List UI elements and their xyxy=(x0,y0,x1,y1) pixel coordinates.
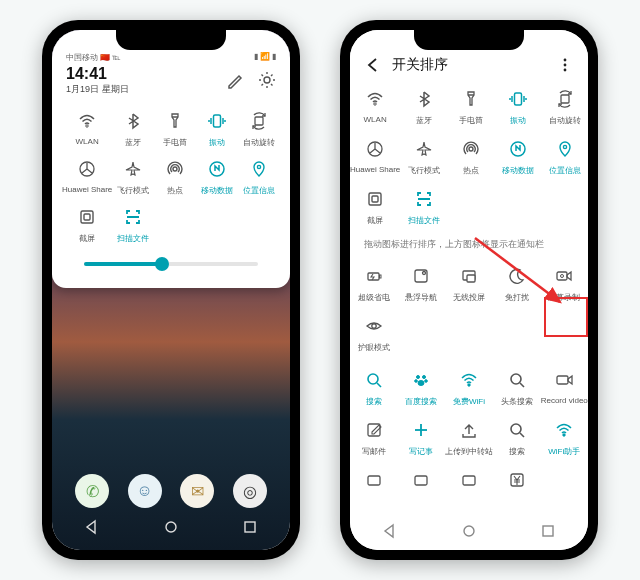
dock-contacts-app[interactable]: ☺ xyxy=(128,474,162,508)
tile-dnd[interactable]: 免打扰 xyxy=(493,263,541,303)
tile-floatnav[interactable]: 悬浮导航 xyxy=(398,263,446,303)
compose-icon xyxy=(361,417,387,443)
phone-left: 中国移动 🇨🇳 ℡ ▮ 📶 ▮ 14:41 1月19日 星期日 WLA xyxy=(42,20,300,560)
tile-bluetooth[interactable]: 蓝牙 xyxy=(400,86,447,126)
tile-label: Record video xyxy=(541,396,588,405)
brightness-slider[interactable] xyxy=(84,262,258,266)
tile-airplane[interactable]: 飞行模式 xyxy=(400,136,447,176)
tile-screenshot[interactable]: 截屏 xyxy=(62,204,112,244)
tile-autorotate[interactable]: 自动旋转 xyxy=(238,108,280,148)
tile-label: 移动数据 xyxy=(502,165,534,176)
tile-baidu[interactable]: 百度搜索 xyxy=(398,367,446,407)
tile-scanfile[interactable]: 扫描文件 xyxy=(112,204,154,244)
tile-eyecare[interactable]: 护眼模式 xyxy=(350,313,398,353)
tile-misc3[interactable] xyxy=(445,467,493,496)
tile-label: 手电筒 xyxy=(163,137,187,148)
tile-yuan[interactable] xyxy=(493,467,541,496)
nav-home-icon[interactable] xyxy=(162,518,180,536)
tile-autorotate[interactable]: 自动旋转 xyxy=(541,86,588,126)
wifi-icon xyxy=(456,367,482,393)
tile-mobiledata[interactable]: 移动数据 xyxy=(196,156,238,196)
scan-icon xyxy=(120,204,146,230)
tile-compose[interactable]: 写邮件 xyxy=(350,417,398,457)
tile-label: 屏幕录制 xyxy=(548,292,580,303)
tile-vibrate[interactable]: 振动 xyxy=(196,108,238,148)
tile-label: 百度搜索 xyxy=(405,396,437,407)
tile-screenshot[interactable]: 截屏 xyxy=(350,186,400,226)
tile-upload[interactable]: 上传到中转站 xyxy=(445,417,493,457)
tile-misc1[interactable] xyxy=(350,467,398,496)
tile-headlines[interactable]: 头条搜索 xyxy=(493,367,541,407)
tile-huaweishare[interactable]: Huawei Share xyxy=(62,156,112,196)
tile-note[interactable]: 写记事 xyxy=(398,417,446,457)
tile-label: 护眼模式 xyxy=(358,342,390,353)
tile-misc2[interactable] xyxy=(398,467,446,496)
nav-recent-icon[interactable] xyxy=(539,522,557,540)
tile-mobiledata[interactable]: 移动数据 xyxy=(494,136,541,176)
dock: ✆ ☺ ✉ ◎ xyxy=(52,474,290,508)
tile-cast[interactable]: 无线投屏 xyxy=(445,263,493,303)
tile-label: Huawei Share xyxy=(62,185,112,194)
nav-recent-icon[interactable] xyxy=(241,518,259,536)
tile-label: 振动 xyxy=(209,137,225,148)
nav-home-icon[interactable] xyxy=(460,522,478,540)
more-icon[interactable] xyxy=(556,56,574,74)
tile-wlan[interactable]: WLAN xyxy=(62,108,112,148)
quick-settings-grid: WLAN蓝牙手电筒振动自动旋转Huawei Share飞行模式热点移动数据位置信… xyxy=(62,102,280,248)
back-icon[interactable] xyxy=(364,56,382,74)
carrier-label: 中国移动 🇨🇳 ℡ xyxy=(66,52,121,63)
tile-flashlight[interactable]: 手电筒 xyxy=(154,108,196,148)
tile-vibrate[interactable]: 振动 xyxy=(494,86,541,126)
tile-location[interactable]: 位置信息 xyxy=(541,136,588,176)
box-icon xyxy=(408,467,434,493)
tile-search2[interactable]: 搜索 xyxy=(493,417,541,457)
tile-huaweishare[interactable]: Huawei Share xyxy=(350,136,400,176)
tile-label: 写邮件 xyxy=(362,446,386,457)
tile-recordvideo[interactable]: Record video xyxy=(541,367,589,407)
status-bar: 中国移动 🇨🇳 ℡ ▮ 📶 ▮ xyxy=(62,52,280,65)
gear-icon[interactable] xyxy=(258,71,276,89)
tile-label: 截屏 xyxy=(367,215,383,226)
vibrate-icon xyxy=(505,86,531,112)
box-icon xyxy=(456,467,482,493)
tile-search[interactable]: 搜索 xyxy=(350,367,398,407)
edit-icon[interactable] xyxy=(226,71,244,89)
group-top: WLAN蓝牙手电筒振动自动旋转Huawei Share飞行模式热点移动数据位置信… xyxy=(350,86,588,226)
share-icon xyxy=(74,156,100,182)
tile-wifiassist[interactable]: WiFi助手 xyxy=(541,417,589,457)
phone-right: 开关排序 WLAN蓝牙手电筒振动自动旋转Huawei Share飞行模式热点移动… xyxy=(340,20,598,560)
scan-icon xyxy=(411,186,437,212)
share-icon xyxy=(362,136,388,162)
tile-hotspot[interactable]: 热点 xyxy=(154,156,196,196)
tile-label: 写记事 xyxy=(409,446,433,457)
tile-ultrasave[interactable]: 超级省电 xyxy=(350,263,398,303)
nav-back-icon[interactable] xyxy=(381,522,399,540)
tile-flashlight[interactable]: 手电筒 xyxy=(447,86,494,126)
clock-time: 14:41 xyxy=(66,65,129,83)
group-bottom: 搜索百度搜索免费WiFi头条搜索Record video写邮件写记事上传到中转站… xyxy=(350,367,588,496)
tile-bluetooth[interactable]: 蓝牙 xyxy=(112,108,154,148)
nav-back-icon[interactable] xyxy=(83,518,101,536)
tile-label: 扫描文件 xyxy=(117,233,149,244)
flashlight-icon xyxy=(162,108,188,134)
clock-block: 14:41 1月19日 星期日 xyxy=(66,65,129,96)
tile-screenrec[interactable]: 屏幕录制 xyxy=(540,263,588,303)
vibrate-icon xyxy=(204,108,230,134)
nav-bar xyxy=(52,514,290,540)
tile-hotspot[interactable]: 热点 xyxy=(447,136,494,176)
tile-scanfile[interactable]: 扫描文件 xyxy=(400,186,447,226)
page-title: 开关排序 xyxy=(392,56,448,74)
tile-freewifi[interactable]: 免费WiFi xyxy=(445,367,493,407)
dock-messages-app[interactable]: ✉ xyxy=(180,474,214,508)
eye-icon xyxy=(361,313,387,339)
tile-label: 蓝牙 xyxy=(125,137,141,148)
tile-airplane[interactable]: 飞行模式 xyxy=(112,156,154,196)
dock-camera-app[interactable]: ◎ xyxy=(233,474,267,508)
screen-right: 开关排序 WLAN蓝牙手电筒振动自动旋转Huawei Share飞行模式热点移动… xyxy=(350,30,588,550)
tile-label: 热点 xyxy=(167,185,183,196)
dock-phone-app[interactable]: ✆ xyxy=(75,474,109,508)
tile-wlan[interactable]: WLAN xyxy=(350,86,400,126)
screenshot-icon xyxy=(362,186,388,212)
tile-label: 蓝牙 xyxy=(416,115,432,126)
tile-location[interactable]: 位置信息 xyxy=(238,156,280,196)
